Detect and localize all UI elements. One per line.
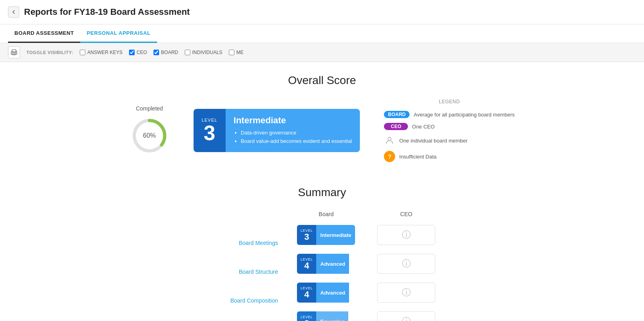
ceo-cell-structure: ⓘ	[377, 254, 435, 274]
score-name: Intermediate	[234, 115, 352, 126]
person-icon	[384, 135, 395, 146]
ceo-rows: ⓘ ⓘ ⓘ ⓘ	[377, 221, 435, 321]
legend-board: BOARD Average for all participating boar…	[384, 111, 515, 118]
tab-personal-appraisal[interactable]: PERSONAL APPRAISAL	[80, 24, 157, 43]
summary-labels-col: Board Meetings Board Structure Board Com…	[206, 211, 294, 321]
board-column: Board LEVEL3 Intermediate LEVEL4 Advance…	[294, 211, 358, 321]
board-row-recruitment: LEVEL2 Emerging	[297, 307, 355, 321]
question-icon: ?	[384, 151, 395, 162]
badge-composition: LEVEL4 Advanced	[297, 283, 355, 303]
summary-title: Summary	[16, 186, 628, 199]
svg-point-5	[388, 137, 391, 140]
toggle-board[interactable]: BOARD	[153, 50, 178, 55]
board-legend-desc: Average for all participating board memb…	[414, 112, 515, 118]
insufficient-icon-structure: ⓘ	[402, 258, 411, 270]
checkbox-me[interactable]	[229, 50, 234, 55]
tab-board-assessment[interactable]: BOARD ASSESSMENT	[8, 24, 80, 43]
score-bullets: Data-driven governance Board value-add b…	[234, 129, 352, 146]
ceo-cell-recruitment: ⓘ	[377, 311, 435, 321]
label-board-structure[interactable]: Board Structure	[239, 268, 286, 275]
insufficient-icon-recruitment: ⓘ	[402, 315, 411, 321]
completed-label: Completed	[136, 105, 163, 112]
me-label: ME	[236, 50, 244, 55]
ceo-cell-meetings: ⓘ	[377, 225, 435, 245]
ceo-row-recruitment: ⓘ	[377, 307, 435, 321]
ceo-row-composition: ⓘ	[377, 278, 435, 307]
back-button[interactable]	[8, 6, 19, 18]
toggle-answer-keys[interactable]: ANSWER KEYS	[80, 50, 123, 55]
legend-insufficient: ? Insufficient Data	[384, 151, 515, 162]
label-board-meetings[interactable]: Board Meetings	[239, 239, 286, 247]
overall-score-badge: LEVEL 3 Intermediate Data-driven governa…	[194, 109, 360, 152]
board-rows: LEVEL3 Intermediate LEVEL4 Advanced	[297, 221, 355, 321]
overall-score-row: Completed 60% LEVEL 3 Intermediate Data-…	[16, 99, 628, 162]
legend: LEGEND BOARD Average for all participati…	[384, 99, 515, 162]
svg-rect-0	[12, 50, 16, 52]
label-board-composition[interactable]: Board Composition	[230, 297, 286, 304]
legend-individual: One individual board member	[384, 135, 515, 146]
toggle-visibility-label: TOGGLE VISIBILITY:	[26, 50, 73, 55]
insufficient-legend-desc: Insufficient Data	[399, 154, 436, 160]
board-badge: BOARD	[384, 111, 410, 118]
header: Reports for FY18-19 Board Assessment	[0, 0, 644, 24]
overall-score-title: Overall Score	[16, 74, 628, 87]
ceo-cell-composition: ⓘ	[377, 283, 435, 303]
insufficient-icon-meetings: ⓘ	[402, 229, 411, 241]
bullet-1: Data-driven governance	[241, 129, 352, 137]
level-number: 3	[204, 122, 215, 143]
completion-donut: Completed 60%	[129, 105, 170, 156]
insufficient-icon-composition: ⓘ	[402, 287, 411, 299]
answer-keys-label: ANSWER KEYS	[87, 50, 123, 55]
ceo-column: CEO ⓘ ⓘ ⓘ	[374, 211, 438, 321]
ceo-legend-desc: One CEO	[412, 124, 434, 130]
ceo-col-header: CEO	[400, 211, 412, 217]
toolbar: TOGGLE VISIBILITY: ANSWER KEYS CEO BOARD…	[0, 43, 644, 62]
summary-section: Summary Board Meetings Board Structure B…	[16, 186, 628, 321]
toggle-me[interactable]: ME	[229, 50, 244, 55]
board-row-structure: LEVEL4 Advanced	[297, 249, 355, 278]
ceo-badge: CEO	[384, 123, 408, 130]
summary-container: Board Meetings Board Structure Board Com…	[16, 211, 628, 321]
board-label: BOARD	[161, 50, 178, 55]
individual-legend-desc: One individual board member	[399, 138, 468, 144]
print-button[interactable]	[8, 46, 20, 58]
board-row-meetings: LEVEL3 Intermediate	[297, 221, 355, 249]
bullet-2: Board value-add becomes evident and esse…	[241, 137, 352, 146]
score-detail-right: Intermediate Data-driven governance Boar…	[226, 109, 360, 152]
badge-structure: LEVEL4 Advanced	[297, 254, 355, 274]
toggle-individuals[interactable]: INDIVIDUALS	[185, 50, 222, 55]
checkbox-ceo[interactable]	[129, 50, 135, 55]
ceo-row-structure: ⓘ	[377, 249, 435, 278]
board-col-header: Board	[319, 211, 333, 217]
score-level-left: LEVEL 3	[194, 109, 226, 152]
main-content: Overall Score Completed 60% LEVEL 3 Inte…	[0, 62, 644, 321]
donut-percent: 60%	[143, 132, 156, 139]
tabs-bar: BOARD ASSESSMENT PERSONAL APPRAISAL	[0, 24, 644, 43]
toggle-ceo[interactable]: CEO	[129, 50, 147, 55]
checkbox-board[interactable]	[153, 50, 159, 55]
donut-chart: 60%	[129, 116, 170, 156]
checkbox-individuals[interactable]	[185, 50, 190, 55]
badge-meetings: LEVEL3 Intermediate	[297, 225, 355, 245]
board-row-composition: LEVEL4 Advanced	[297, 278, 355, 307]
ceo-row-meetings: ⓘ	[377, 221, 435, 249]
individuals-label: INDIVIDUALS	[192, 50, 222, 55]
page-title: Reports for FY18-19 Board Assessment	[24, 7, 190, 17]
ceo-label: CEO	[137, 50, 147, 55]
legend-ceo: CEO One CEO	[384, 123, 515, 130]
badge-recruitment: LEVEL2 Emerging	[297, 311, 355, 321]
checkbox-answer-keys[interactable]	[80, 50, 85, 55]
legend-title: LEGEND	[384, 99, 515, 104]
